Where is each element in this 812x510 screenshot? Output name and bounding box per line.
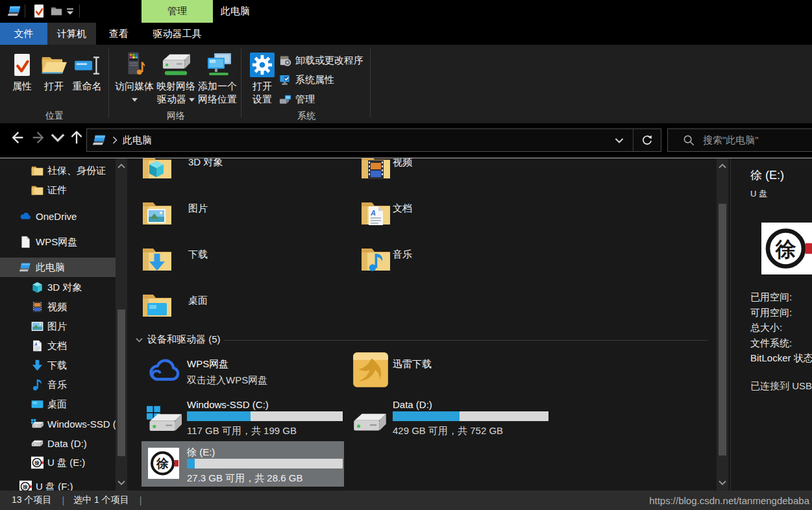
ribbon: 属性 打开 重命名 访问媒体 映射网络 驱动器 添加一个 网络位置 打开 设置 …: [0, 45, 812, 123]
folder-tile-2[interactable]: 图片: [141, 197, 336, 237]
open-settings-label-1: 打开: [252, 80, 272, 91]
map-network-drive-button[interactable]: 映射网络 驱动器: [156, 49, 196, 111]
recent-locations-chevron-icon[interactable]: [51, 128, 65, 147]
open-settings-button[interactable]: 打开 设置: [248, 49, 277, 111]
system-properties-button[interactable]: 系统属性: [279, 72, 334, 88]
sidebar-item-WPS-[interactable]: WPS网盘: [0, 232, 116, 252]
folder-tile-1[interactable]: 视频: [360, 158, 555, 191]
section-line: [224, 340, 707, 341]
sidebar-item-label: Data (D:): [47, 433, 87, 453]
sidebar-item--[interactable]: 证件: [0, 180, 116, 200]
explorer-computer-icon[interactable]: [8, 4, 22, 18]
sidebar-item-label: 下载: [47, 356, 67, 375]
sidebar-item-3D-[interactable]: 3D 对象: [0, 278, 116, 297]
sidebar-item--[interactable]: 下载: [0, 356, 116, 375]
add-network-location-button[interactable]: 添加一个 网络位置: [197, 49, 238, 111]
sidebar-item-OneDrive[interactable]: OneDrive: [0, 206, 116, 226]
sidebar-scroll-thumb[interactable]: [117, 310, 125, 456]
properties-button[interactable]: 属性: [6, 49, 38, 111]
scroll-down-icon[interactable]: [719, 480, 726, 485]
rename-button[interactable]: 重命名: [69, 49, 105, 111]
map-drive-label-1: 映射网络: [156, 80, 195, 91]
folder-tile-0[interactable]: 3D 对象: [141, 158, 336, 191]
up-button[interactable]: [68, 128, 86, 147]
tab-drive-tools[interactable]: 驱动器工具: [141, 23, 213, 45]
pic-icon: [31, 321, 43, 333]
rename-icon: [73, 54, 101, 77]
sidebar-item--[interactable]: 此电脑: [0, 258, 116, 277]
svg-text:徐: 徐: [22, 484, 28, 490]
device-tile-2[interactable]: Windows-SSD (C:)117 GB 可用，共 199 GB: [141, 397, 344, 443]
access-media-button[interactable]: 访问媒体: [114, 49, 154, 111]
section-collapse-icon[interactable]: [136, 337, 143, 343]
sidebar-item--[interactable]: 视频: [0, 297, 116, 317]
sidebar-item--[interactable]: 社保、身份证: [0, 161, 116, 180]
sidebar-item--[interactable]: 桌面: [0, 395, 116, 414]
detail-field-label: BitLocker 状态:: [750, 352, 812, 365]
svg-text:徐: 徐: [156, 457, 169, 470]
refresh-button[interactable]: [633, 129, 661, 151]
monitor-icon: [31, 398, 43, 411]
manage-contextual-tab[interactable]: 管理: [141, 0, 213, 23]
folder-tile-4[interactable]: 下载: [141, 243, 336, 284]
folder-icon: [31, 184, 43, 197]
address-dropdown-button[interactable]: [606, 129, 633, 151]
folder-tile-3[interactable]: A文档: [360, 197, 555, 237]
sidebar-item--[interactable]: 音乐: [0, 375, 116, 395]
film-icon: [31, 301, 43, 313]
sidebar-item-label: U 盘 (E:): [47, 453, 85, 472]
svg-text:徐: 徐: [34, 460, 40, 466]
folder-monitor-icon: [141, 289, 173, 321]
properties-qat-icon[interactable]: [32, 4, 45, 18]
device-tile-3[interactable]: Data (D:)429 GB 可用，共 752 GB: [347, 397, 550, 443]
details-pane: 徐 (E:) U 盘 徐 已用空间:可用空间:总大小:文件系统:BitLocke…: [730, 158, 812, 491]
details-title: 徐 (E:): [750, 167, 784, 183]
sidebar-item-Windows-SSD-[interactable]: Windows-SSD (: [0, 414, 116, 433]
back-button[interactable]: [8, 128, 26, 147]
manage-button[interactable]: 管理: [279, 91, 315, 107]
tab-computer[interactable]: 计算机: [47, 23, 96, 45]
device-tile-0[interactable]: WPS网盘双击进入WPS网盘: [141, 348, 344, 393]
capacity-bar: [187, 459, 343, 468]
network-location-icon: [203, 51, 232, 77]
folder-tile-label: 3D 对象: [188, 158, 223, 169]
sidebar-item--[interactable]: A文档: [0, 336, 116, 356]
open-button[interactable]: 打开: [39, 49, 69, 111]
media-server-icon: [121, 50, 147, 77]
selection-count: 选中 1 个项目: [73, 494, 129, 506]
scroll-up-icon[interactable]: [719, 164, 726, 169]
manage-icon: [279, 93, 291, 106]
folder-note-icon: [360, 243, 391, 274]
laptop-icon: [19, 261, 32, 274]
sidebar-item-Data-D-[interactable]: Data (D:): [0, 433, 116, 453]
breadcrumb[interactable]: 此电脑: [123, 134, 152, 147]
tab-view[interactable]: 查看: [96, 23, 141, 45]
qat-customize-icon[interactable]: [66, 8, 74, 15]
ribbon-group-separator: [241, 49, 241, 117]
sidebar-item-label: 3D 对象: [47, 278, 82, 297]
sidebar-item-U-F-[interactable]: 徐U 盘 (F:): [0, 477, 116, 491]
sidebar-item-U-E-[interactable]: 徐U 盘 (E:): [0, 453, 116, 472]
address-box[interactable]: 此电脑: [86, 128, 661, 152]
sidebar-item-label: 文档: [47, 336, 67, 356]
folder-tile-6[interactable]: 桌面: [141, 289, 336, 330]
search-icon: [682, 134, 695, 147]
system-properties-label: 系统属性: [295, 74, 334, 86]
forward-button[interactable]: [30, 128, 48, 147]
sidebar-item-label: Windows-SSD (: [47, 414, 116, 433]
sidebar-item--[interactable]: 图片: [0, 317, 116, 336]
folder-down-icon: [141, 243, 173, 274]
device-tile-1[interactable]: 迅雷下载: [347, 348, 550, 393]
scroll-up-icon[interactable]: [117, 164, 125, 169]
new-folder-qat-icon[interactable]: [51, 5, 62, 17]
device-tile-4[interactable]: 徐徐 (E:)27.3 GB 可用，共 28.6 GB: [141, 441, 344, 487]
main-scroll-thumb[interactable]: [719, 204, 726, 455]
uninstall-program-button[interactable]: 卸载或更改程序: [279, 53, 363, 68]
tab-file[interactable]: 文件: [0, 23, 47, 45]
xu-icon: 徐: [148, 448, 179, 479]
group-label-network: 网络: [114, 110, 238, 122]
folder-tile-5[interactable]: 音乐: [360, 243, 555, 284]
devices-section-header[interactable]: 设备和驱动器 (5): [130, 332, 714, 346]
search-input[interactable]: 搜索"此电脑": [667, 128, 812, 152]
scroll-down-icon[interactable]: [117, 480, 125, 485]
